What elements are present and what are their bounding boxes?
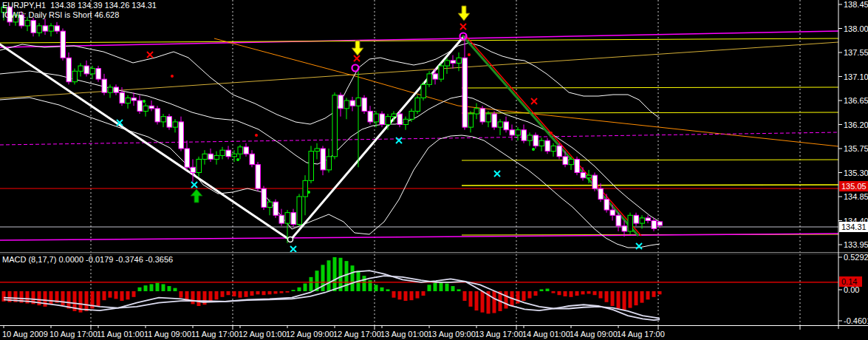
candle-body [179,122,184,149]
chart-canvas[interactable]: 138.45138.00137.55137.10136.65136.20135.… [0,0,868,340]
macd-histogram-bar [245,291,248,297]
macd-main-line [4,271,660,320]
macd-histogram-bar [250,291,254,296]
candle-body [149,106,154,109]
macd-histogram-bar [144,285,148,291]
macd-histogram-bar [262,291,266,295]
green-dot-icon [236,158,239,161]
candle-body [191,167,196,172]
macd-histogram-bar [120,291,124,301]
macd-histogram-bar [233,291,236,296]
candle-body [321,149,326,170]
candle-body [25,21,30,26]
candle-body [208,154,213,159]
yellow-level-5 [462,185,838,186]
macd-alert-label: 0.14 [841,277,857,286]
time-axis-label: 12 Aug 09:00 [286,330,334,339]
macd-histogram-bar [587,291,591,293]
macd-histogram-bar [593,291,597,295]
macd-histogram-bar [416,291,420,299]
time-axis-label: 12 Aug 01:00 [239,330,287,339]
candle-body [167,117,172,127]
candle-body [250,154,255,164]
candle-body [273,202,278,215]
candle-body [49,26,54,31]
macd-histogram-bar [658,291,662,294]
macd-indicator-label: MACD (8,17,7) 0.0000 -0.0179 -0.3746 -0.… [2,255,173,265]
macd-histogram-bar [652,291,656,297]
candle-body [90,69,95,74]
macd-histogram-bar [463,291,467,301]
macd-histogram-bar [457,289,461,291]
price-axis-label: 138.45 [844,0,868,9]
candle-body [238,147,243,154]
candle-body [386,117,391,125]
macd-histogram-bar [168,286,171,291]
yellow-level-4 [462,160,838,160]
green-dot-icon [143,100,146,103]
time-axis-label: 13 Aug 17:00 [475,330,523,339]
candle-body [575,159,580,172]
candle-body [96,69,101,79]
macd-histogram-bar [304,284,307,291]
macd-histogram-bar [481,291,485,313]
magenta-dashed-level [0,132,838,145]
time-axis-label: 10 Aug 17:00 [49,330,98,339]
red-dot-icon [550,132,553,135]
macd-histogram-bar [61,291,65,305]
price-axis-label: 134.85 [844,192,868,201]
magenta-bottom-level [0,234,838,240]
candle-body [462,58,468,127]
candle-body [267,202,273,207]
candle-body [309,152,314,181]
macd-histogram-bar [286,291,290,293]
candle-body [102,79,107,92]
macd-histogram-bar [109,291,112,298]
macd-histogram-bar [528,291,532,299]
candle-body [587,175,592,178]
candle-body [504,122,509,130]
candle-body [256,165,261,188]
macd-histogram-bar [103,291,106,300]
candle-body [173,122,178,127]
sell-arrow-down-icon [458,6,470,21]
candle-body [61,31,66,58]
price-axis-label: 136.65 [844,96,868,105]
red-dot-icon [468,53,471,56]
macd-histogram-bar [505,291,508,308]
candle-body [202,154,208,159]
candle-body [126,98,131,103]
candle-body [380,114,385,124]
macd-histogram-bar [97,291,100,306]
macd-histogram-bar [629,291,632,308]
macd-histogram-bar [422,291,426,296]
macd-histogram-bar [640,291,644,303]
candle-body [421,84,426,98]
macd-histogram-bar [392,291,396,298]
candle-body [457,58,462,63]
pivot-circle-icon [288,237,293,242]
candle-body [610,210,615,215]
macd-histogram-bar [428,285,431,291]
yellow-level-2 [462,87,838,88]
macd-histogram-bar [227,291,230,295]
macd-histogram-bar [522,291,526,301]
candle-body [569,159,574,164]
macd-histogram-bar [162,284,165,291]
sell-arrow-down-icon [352,41,363,55]
candle-body [403,119,409,124]
candle-body [350,101,355,106]
pivot-circle-icon [352,65,359,72]
candle-body [108,87,113,92]
candle-body [545,140,550,151]
time-axis-label: 14 Aug 01:00 [522,330,570,339]
macd-histogram-bar [475,291,479,310]
price-axis-label: 135.30 [844,169,868,177]
candle-body [226,150,231,157]
macd-histogram-bar [180,291,183,298]
candle-body [297,197,302,225]
macd-histogram-bar [85,291,89,311]
macd-histogram-bar [49,291,53,304]
candle-body [563,157,568,165]
macd-histogram-bar [221,291,225,297]
